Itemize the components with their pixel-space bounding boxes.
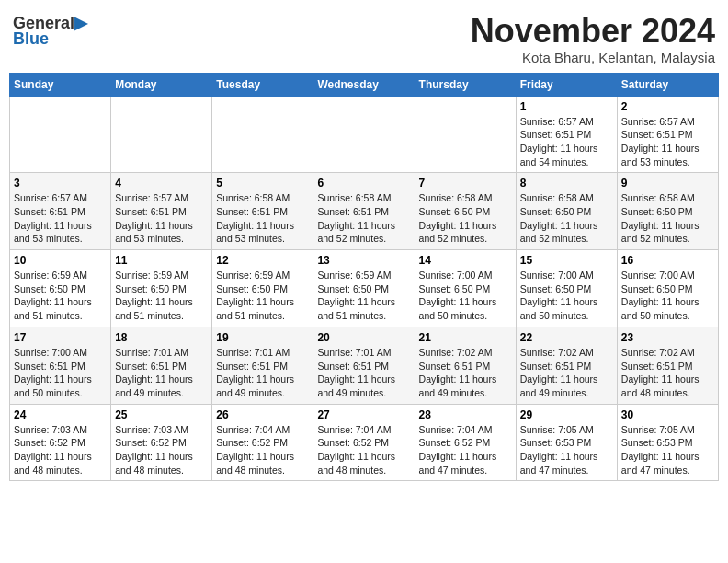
day-number: 1 [520,100,613,113]
day-number: 4 [115,177,208,190]
day-info: Sunrise: 7:05 AM Sunset: 6:53 PM Dayligh… [621,423,714,477]
day-number: 12 [216,254,309,267]
title-area: November 2024 Kota Bharu, Kelantan, Mala… [471,13,715,65]
table-row: 21Sunrise: 7:02 AM Sunset: 6:51 PM Dayli… [415,327,516,404]
calendar-week-row: 24Sunrise: 7:03 AM Sunset: 6:52 PM Dayli… [10,404,719,481]
day-number: 19 [216,331,309,344]
logo-blue-label: Blue [13,29,49,49]
day-info: Sunrise: 6:59 AM Sunset: 6:50 PM Dayligh… [14,269,107,323]
day-info: Sunrise: 7:04 AM Sunset: 6:52 PM Dayligh… [216,423,309,477]
day-number: 30 [621,408,714,421]
logo-blue-text: ▶ [74,14,87,32]
table-row: 4Sunrise: 6:57 AM Sunset: 6:51 PM Daylig… [111,173,212,250]
day-info: Sunrise: 7:00 AM Sunset: 6:50 PM Dayligh… [520,269,613,323]
calendar-table: Sunday Monday Tuesday Wednesday Thursday… [9,73,719,482]
day-number: 24 [14,408,107,421]
day-number: 6 [317,177,410,190]
day-info: Sunrise: 7:05 AM Sunset: 6:53 PM Dayligh… [520,423,613,477]
table-row: 17Sunrise: 7:00 AM Sunset: 6:51 PM Dayli… [10,327,111,404]
day-info: Sunrise: 6:57 AM Sunset: 6:51 PM Dayligh… [14,191,107,246]
table-row: 5Sunrise: 6:58 AM Sunset: 6:51 PM Daylig… [212,173,313,250]
table-row [313,96,415,173]
day-info: Sunrise: 7:00 AM Sunset: 6:51 PM Dayligh… [14,346,107,400]
header-wednesday: Wednesday [313,73,415,96]
header-monday: Monday [111,73,212,96]
table-row: 16Sunrise: 7:00 AM Sunset: 6:50 PM Dayli… [617,250,718,327]
table-row: 11Sunrise: 6:59 AM Sunset: 6:50 PM Dayli… [111,250,212,327]
header-saturday: Saturday [617,73,718,96]
table-row: 2Sunrise: 6:57 AM Sunset: 6:51 PM Daylig… [617,96,718,173]
table-row: 18Sunrise: 7:01 AM Sunset: 6:51 PM Dayli… [111,327,212,404]
day-info: Sunrise: 6:58 AM Sunset: 6:50 PM Dayligh… [520,191,613,246]
header-tuesday: Tuesday [212,73,313,96]
calendar-week-row: 17Sunrise: 7:00 AM Sunset: 6:51 PM Dayli… [10,327,719,404]
table-row: 23Sunrise: 7:02 AM Sunset: 6:51 PM Dayli… [617,327,718,404]
table-row: 6Sunrise: 6:58 AM Sunset: 6:51 PM Daylig… [313,173,415,250]
day-number: 27 [317,408,410,421]
day-info: Sunrise: 6:58 AM Sunset: 6:50 PM Dayligh… [621,191,714,246]
month-title: November 2024 [471,13,715,50]
day-number: 10 [14,254,107,267]
table-row: 12Sunrise: 6:59 AM Sunset: 6:50 PM Dayli… [212,250,313,327]
logo: General▶ Blue [13,13,87,49]
day-info: Sunrise: 6:58 AM Sunset: 6:51 PM Dayligh… [317,191,410,246]
header-thursday: Thursday [415,73,516,96]
day-info: Sunrise: 6:57 AM Sunset: 6:51 PM Dayligh… [115,191,208,246]
table-row [212,96,313,173]
calendar-week-row: 10Sunrise: 6:59 AM Sunset: 6:50 PM Dayli… [10,250,719,327]
day-number: 22 [520,331,613,344]
day-number: 3 [14,177,107,190]
day-info: Sunrise: 7:00 AM Sunset: 6:50 PM Dayligh… [419,269,512,323]
header-friday: Friday [516,73,617,96]
location-subtitle: Kota Bharu, Kelantan, Malaysia [471,50,715,65]
day-number: 20 [317,331,410,344]
table-row: 30Sunrise: 7:05 AM Sunset: 6:53 PM Dayli… [617,404,718,481]
day-number: 23 [621,331,714,344]
day-info: Sunrise: 7:00 AM Sunset: 6:50 PM Dayligh… [621,269,714,323]
day-info: Sunrise: 7:04 AM Sunset: 6:52 PM Dayligh… [317,423,410,477]
table-row [111,96,212,173]
day-number: 21 [419,331,512,344]
day-info: Sunrise: 7:02 AM Sunset: 6:51 PM Dayligh… [419,346,512,400]
table-row [10,96,111,173]
day-number: 29 [520,408,613,421]
day-number: 13 [317,254,410,267]
table-row: 28Sunrise: 7:04 AM Sunset: 6:52 PM Dayli… [415,404,516,481]
day-number: 16 [621,254,714,267]
table-row: 1Sunrise: 6:57 AM Sunset: 6:51 PM Daylig… [516,96,617,173]
day-number: 14 [419,254,512,267]
day-info: Sunrise: 6:58 AM Sunset: 6:50 PM Dayligh… [419,191,512,246]
calendar-header-row: Sunday Monday Tuesday Wednesday Thursday… [10,73,719,96]
day-info: Sunrise: 7:01 AM Sunset: 6:51 PM Dayligh… [115,346,208,400]
table-row: 25Sunrise: 7:03 AM Sunset: 6:52 PM Dayli… [111,404,212,481]
day-number: 17 [14,331,107,344]
table-row: 24Sunrise: 7:03 AM Sunset: 6:52 PM Dayli… [10,404,111,481]
day-info: Sunrise: 7:01 AM Sunset: 6:51 PM Dayligh… [317,346,410,400]
calendar-week-row: 3Sunrise: 6:57 AM Sunset: 6:51 PM Daylig… [10,173,719,250]
day-number: 8 [520,177,613,190]
day-info: Sunrise: 7:02 AM Sunset: 6:51 PM Dayligh… [621,346,714,400]
table-row: 29Sunrise: 7:05 AM Sunset: 6:53 PM Dayli… [516,404,617,481]
day-info: Sunrise: 7:03 AM Sunset: 6:52 PM Dayligh… [14,423,107,477]
day-number: 2 [621,100,714,113]
day-number: 7 [419,177,512,190]
table-row: 26Sunrise: 7:04 AM Sunset: 6:52 PM Dayli… [212,404,313,481]
table-row: 14Sunrise: 7:00 AM Sunset: 6:50 PM Dayli… [415,250,516,327]
table-row: 22Sunrise: 7:02 AM Sunset: 6:51 PM Dayli… [516,327,617,404]
table-row: 27Sunrise: 7:04 AM Sunset: 6:52 PM Dayli… [313,404,415,481]
table-row: 20Sunrise: 7:01 AM Sunset: 6:51 PM Dayli… [313,327,415,404]
table-row: 7Sunrise: 6:58 AM Sunset: 6:50 PM Daylig… [415,173,516,250]
header-sunday: Sunday [10,73,111,96]
day-number: 26 [216,408,309,421]
table-row: 10Sunrise: 6:59 AM Sunset: 6:50 PM Dayli… [10,250,111,327]
page-header: General▶ Blue November 2024 Kota Bharu, … [9,9,719,65]
day-info: Sunrise: 7:01 AM Sunset: 6:51 PM Dayligh… [216,346,309,400]
table-row [415,96,516,173]
table-row: 19Sunrise: 7:01 AM Sunset: 6:51 PM Dayli… [212,327,313,404]
day-info: Sunrise: 7:03 AM Sunset: 6:52 PM Dayligh… [115,423,208,477]
day-info: Sunrise: 6:59 AM Sunset: 6:50 PM Dayligh… [317,269,410,323]
table-row: 15Sunrise: 7:00 AM Sunset: 6:50 PM Dayli… [516,250,617,327]
table-row: 9Sunrise: 6:58 AM Sunset: 6:50 PM Daylig… [617,173,718,250]
day-info: Sunrise: 6:59 AM Sunset: 6:50 PM Dayligh… [216,269,309,323]
day-number: 5 [216,177,309,190]
